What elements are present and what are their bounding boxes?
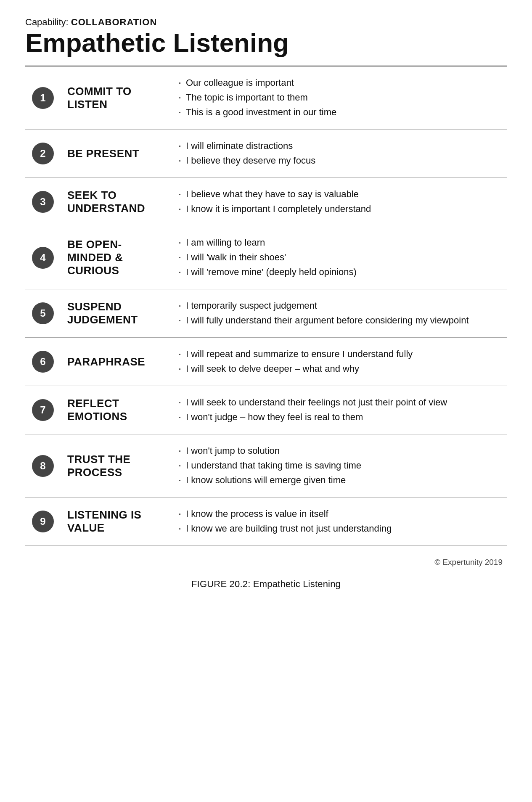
step-label: SEEK TO UNDERSTAND: [67, 189, 163, 215]
step-number: 7: [32, 399, 54, 421]
row-label-cell: SUSPEND JUDGEMENT: [61, 289, 170, 338]
list-item: I am willing to learn: [177, 236, 500, 249]
row-label-cell: BE OPEN-MINDED & CURIOUS: [61, 226, 170, 289]
list-item: I believe what they have to say is valua…: [177, 187, 500, 201]
step-label: BE OPEN-MINDED & CURIOUS: [67, 238, 163, 278]
row-label-cell: COMMIT TO LISTEN: [61, 66, 170, 130]
point-list: I won't jump to solutionI understand tha…: [177, 444, 500, 487]
row-number-cell: 7: [25, 386, 61, 434]
list-item: I will fully understand their argument b…: [177, 313, 500, 327]
point-list: I will eliminate distractionsI believe t…: [177, 139, 500, 167]
step-label: PARAPHRASE: [67, 355, 163, 368]
list-item: I know the process is value in itself: [177, 507, 500, 521]
step-number: 2: [32, 143, 54, 164]
point-list: I know the process is value in itselfI k…: [177, 507, 500, 535]
list-item: I will 'remove mine' (deeply held opinio…: [177, 265, 500, 279]
step-number: 5: [32, 302, 54, 324]
row-number-cell: 2: [25, 130, 61, 178]
page-title: Empathetic Listening: [25, 29, 507, 57]
step-number: 3: [32, 191, 54, 213]
row-points-cell: I will repeat and summarize to ensure I …: [170, 338, 507, 386]
list-item: I believe they deserve my focus: [177, 154, 500, 167]
figure-caption: FIGURE 20.2: Empathetic Listening: [25, 579, 507, 590]
capability-value: COLLABORATION: [71, 17, 157, 27]
table-row: 3SEEK TO UNDERSTANDI believe what they h…: [25, 178, 507, 226]
point-list: I will seek to understand their feelings…: [177, 395, 500, 424]
list-item: I know solutions will emerge given time: [177, 473, 500, 487]
point-list: I will repeat and summarize to ensure I …: [177, 347, 500, 376]
row-number-cell: 5: [25, 289, 61, 338]
step-number: 9: [32, 511, 54, 532]
row-points-cell: I will seek to understand their feelings…: [170, 386, 507, 434]
table-row: 1COMMIT TO LISTENOur colleague is import…: [25, 66, 507, 130]
list-item: This is a good investment in our time: [177, 105, 500, 119]
row-number-cell: 1: [25, 66, 61, 130]
row-label-cell: TRUST THE PROCESS: [61, 434, 170, 498]
list-item: I know we are building trust not just un…: [177, 521, 500, 535]
step-label: LISTENING IS VALUE: [67, 508, 163, 535]
table-row: 4BE OPEN-MINDED & CURIOUSI am willing to…: [25, 226, 507, 289]
point-list: I believe what they have to say is valua…: [177, 187, 500, 216]
step-label: BE PRESENT: [67, 147, 163, 160]
list-item: The topic is important to them: [177, 90, 500, 104]
step-number: 1: [32, 87, 54, 109]
row-number-cell: 8: [25, 434, 61, 498]
page-wrapper: Capability: COLLABORATION Empathetic Lis…: [25, 17, 507, 590]
row-label-cell: SEEK TO UNDERSTAND: [61, 178, 170, 226]
row-number-cell: 6: [25, 338, 61, 386]
figure-label: FIGURE 20.2:: [191, 579, 251, 589]
row-number-cell: 9: [25, 498, 61, 546]
step-label: REFLECT EMOTIONS: [67, 397, 163, 423]
table-row: 7REFLECT EMOTIONSI will seek to understa…: [25, 386, 507, 434]
list-item: I know it is important I completely unde…: [177, 202, 500, 216]
table-row: 6PARAPHRASEI will repeat and summarize t…: [25, 338, 507, 386]
table-row: 5SUSPEND JUDGEMENTI temporarily suspect …: [25, 289, 507, 338]
list-item: Our colleague is important: [177, 76, 500, 90]
row-label-cell: BE PRESENT: [61, 130, 170, 178]
step-number: 6: [32, 351, 54, 373]
copyright: © Expertunity 2019: [25, 558, 507, 567]
row-label-cell: PARAPHRASE: [61, 338, 170, 386]
step-number: 8: [32, 455, 54, 477]
figure-title: Empathetic Listening: [253, 579, 341, 589]
point-list: I am willing to learnI will 'walk in the…: [177, 236, 500, 279]
point-list: I temporarily suspect judgementI will fu…: [177, 299, 500, 327]
row-number-cell: 4: [25, 226, 61, 289]
list-item: I will 'walk in their shoes': [177, 250, 500, 264]
header: Capability: COLLABORATION Empathetic Lis…: [25, 17, 507, 57]
table-row: 9LISTENING IS VALUEI know the process is…: [25, 498, 507, 546]
capability-prefix: Capability:: [25, 17, 69, 27]
list-item: I temporarily suspect judgement: [177, 299, 500, 312]
row-label-cell: LISTENING IS VALUE: [61, 498, 170, 546]
row-number-cell: 3: [25, 178, 61, 226]
row-label-cell: REFLECT EMOTIONS: [61, 386, 170, 434]
row-points-cell: I am willing to learnI will 'walk in the…: [170, 226, 507, 289]
step-label: TRUST THE PROCESS: [67, 453, 163, 479]
list-item: I will seek to understand their feelings…: [177, 395, 500, 409]
row-points-cell: I know the process is value in itselfI k…: [170, 498, 507, 546]
row-points-cell: I will eliminate distractionsI believe t…: [170, 130, 507, 178]
step-label: SUSPEND JUDGEMENT: [67, 300, 163, 326]
table-row: 2BE PRESENTI will eliminate distractions…: [25, 130, 507, 178]
list-item: I won't jump to solution: [177, 444, 500, 458]
table-row: 8TRUST THE PROCESSI won't jump to soluti…: [25, 434, 507, 498]
list-item: I won't judge – how they feel is real to…: [177, 410, 500, 424]
list-item: I will eliminate distractions: [177, 139, 500, 153]
capability-line: Capability: COLLABORATION: [25, 17, 507, 28]
row-points-cell: Our colleague is importantThe topic is i…: [170, 66, 507, 130]
row-points-cell: I believe what they have to say is valua…: [170, 178, 507, 226]
list-item: I will repeat and summarize to ensure I …: [177, 347, 500, 361]
content-table: 1COMMIT TO LISTENOur colleague is import…: [25, 66, 507, 546]
step-label: COMMIT TO LISTEN: [67, 85, 163, 111]
row-points-cell: I won't jump to solutionI understand tha…: [170, 434, 507, 498]
list-item: I understand that taking time is saving …: [177, 458, 500, 472]
list-item: I will seek to delve deeper – what and w…: [177, 362, 500, 376]
row-points-cell: I temporarily suspect judgementI will fu…: [170, 289, 507, 338]
point-list: Our colleague is importantThe topic is i…: [177, 76, 500, 119]
step-number: 4: [32, 247, 54, 269]
